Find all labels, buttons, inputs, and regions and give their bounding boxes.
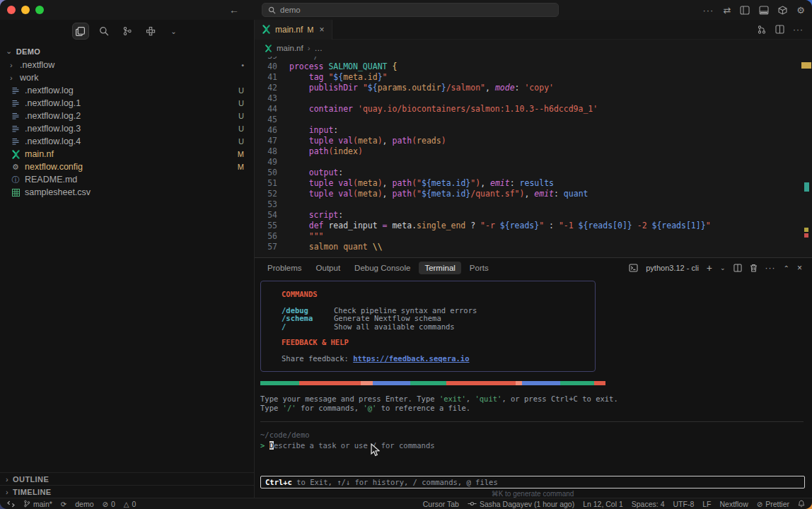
- tree-item-nextflow-config[interactable]: ⚙nextflow.configM: [0, 160, 254, 173]
- code-line[interactable]: 52 tuple val(meta), path("${meta.id}/qua…: [255, 189, 812, 199]
- tree-item--nextflow-log-4[interactable]: .nextflow.log.4U: [0, 135, 254, 148]
- terminal-profile-label[interactable]: python3.12 - cli: [646, 264, 699, 272]
- code-line[interactable]: 41 tag "${meta.id}": [255, 72, 812, 83]
- kill-terminal-icon[interactable]: [750, 264, 758, 272]
- minimize-window-button[interactable]: [21, 6, 30, 14]
- tree-item--nextflow-log-2[interactable]: .nextflow.log.2U: [0, 110, 254, 122]
- search-icon[interactable]: [95, 23, 112, 40]
- code-line[interactable]: 40process SALMON_QUANT {: [255, 62, 812, 72]
- breadcrumb-file[interactable]: main.nf: [277, 44, 303, 52]
- code-line[interactable]: 57 salmon quant \\: [255, 242, 812, 252]
- code-line[interactable]: 46 input:: [255, 125, 812, 136]
- open-changes-icon[interactable]: [757, 25, 767, 35]
- code-line[interactable]: 49: [255, 157, 812, 168]
- cli-prompt[interactable]: > Describe a task or use / for commands: [260, 441, 812, 450]
- status-spaces-4[interactable]: Spaces: 4: [632, 500, 665, 508]
- code-line[interactable]: 48 path(index): [255, 146, 812, 157]
- tree-item-main-nf[interactable]: main.nfM: [0, 148, 254, 160]
- panel-tab-terminal[interactable]: Terminal: [419, 262, 460, 274]
- editor-more-actions-icon[interactable]: ···: [793, 25, 804, 35]
- code-line[interactable]: 53: [255, 199, 812, 210]
- breadcrumb[interactable]: main.nf › …: [255, 40, 812, 57]
- status-remote[interactable]: [7, 501, 15, 508]
- section-outline[interactable]: ›OUTLINE: [0, 472, 254, 485]
- tree-item-work[interactable]: ›work: [0, 71, 254, 84]
- views-chevron-icon[interactable]: ⌄: [166, 23, 182, 40]
- maximize-panel-icon[interactable]: ⌃: [784, 264, 789, 272]
- status-commit[interactable]: Sasha Dagayev (1 hour ago): [468, 500, 574, 508]
- settings-gear-icon[interactable]: ⚙: [796, 5, 805, 16]
- status-warning[interactable]: △0: [124, 500, 137, 508]
- status-bell[interactable]: [798, 500, 805, 508]
- breadcrumb-tail[interactable]: …: [315, 44, 323, 52]
- tab-main-nf[interactable]: main.nf M ×: [255, 20, 332, 40]
- code-line[interactable]: 54 script:: [255, 210, 812, 221]
- section-timeline[interactable]: ›TIMELINE: [0, 485, 254, 498]
- layout-sidebar-icon[interactable]: [740, 6, 750, 15]
- stripe-segment: [361, 381, 373, 385]
- tree-item--nextflow-log-3[interactable]: .nextflow.log.3U: [0, 122, 254, 135]
- split-editor-icon[interactable]: [775, 25, 784, 34]
- line-number: 39: [255, 57, 277, 62]
- line-number: 45: [255, 115, 277, 125]
- tree-item-readme-md[interactable]: ⓘREADME.md: [0, 173, 254, 186]
- close-window-button[interactable]: [7, 6, 16, 14]
- sidebar-bottom-sections: ›OUTLINE›TIMELINE: [0, 472, 254, 498]
- tree-item--nextflow[interactable]: ›.nextflow•: [0, 59, 254, 71]
- code-line[interactable]: 55 def read_input = meta.single_end ? "-…: [255, 221, 812, 231]
- hint-rest: to Exit, ↑/↓ for history, / commands, @ …: [292, 478, 498, 486]
- panel-tab-problems[interactable]: Problems: [262, 262, 308, 274]
- navigate-back-icon[interactable]: ←: [229, 4, 239, 16]
- code-line[interactable]: 51 tuple val(meta), path("${meta.id}"), …: [255, 178, 812, 189]
- code-line[interactable]: 39 */: [255, 57, 812, 62]
- feedback-link[interactable]: https://feedback.seqera.io: [353, 354, 469, 363]
- overview-ruler[interactable]: [801, 57, 812, 257]
- panel-tab-ports[interactable]: Ports: [464, 262, 494, 274]
- new-terminal-icon[interactable]: +: [707, 262, 712, 274]
- code-line[interactable]: 42 publishDir "${params.outdir}/salmon",…: [255, 83, 812, 93]
- extensions-icon[interactable]: [142, 23, 159, 40]
- more-actions-icon[interactable]: ···: [702, 5, 714, 16]
- tree-item--nextflow-log-1[interactable]: .nextflow.log.1U: [0, 97, 254, 110]
- tree-item-samplesheet-csv[interactable]: samplesheet.csv: [0, 186, 254, 199]
- file-name: .nextflow.log: [25, 86, 74, 95]
- status-ln-12-col-1[interactable]: Ln 12, Col 1: [583, 500, 623, 508]
- terminal-view[interactable]: COMMANDS /debugCheck pipeline syntax and…: [255, 278, 812, 498]
- code-editor[interactable]: 39 */40process SALMON_QUANT {41 tag "${m…: [255, 57, 812, 257]
- code-line[interactable]: 50 output:: [255, 168, 812, 178]
- code-line[interactable]: 44 container 'quay.io/biocontainers/salm…: [255, 104, 812, 115]
- git-status-badge: U: [238, 86, 244, 95]
- terminal-profile-chevron-icon[interactable]: ⌄: [720, 264, 726, 271]
- explorer-icon[interactable]: [72, 23, 89, 40]
- status-cursor-tab[interactable]: Cursor Tab: [423, 500, 459, 508]
- tab-close-icon[interactable]: ×: [320, 25, 325, 35]
- file-name: .nextflow.log.3: [25, 124, 81, 134]
- close-panel-icon[interactable]: ×: [797, 263, 802, 273]
- status-utf-8[interactable]: UTF-8: [673, 500, 694, 508]
- source-control-icon[interactable]: [119, 23, 136, 40]
- explorer-section-header[interactable]: ⌄ DEMO: [0, 42, 254, 59]
- toggle-arrows-icon[interactable]: ⇄: [723, 5, 731, 16]
- status-prettier[interactable]: ⊘Prettier: [757, 500, 789, 508]
- panel-more-actions-icon[interactable]: ···: [765, 263, 776, 273]
- split-terminal-icon[interactable]: [733, 264, 742, 272]
- cube-layout-icon[interactable]: [778, 6, 787, 15]
- command-center-search[interactable]: demo: [262, 3, 559, 17]
- code-line[interactable]: 47 tuple val(meta), path(reads): [255, 136, 812, 146]
- status-nextflow[interactable]: Nextflow: [720, 500, 748, 508]
- zoom-window-button[interactable]: [35, 6, 44, 14]
- line-number: 56: [255, 231, 277, 242]
- panel-tab-output[interactable]: Output: [311, 262, 347, 274]
- status-branch[interactable]: main*: [23, 500, 52, 508]
- code-line[interactable]: 43: [255, 93, 812, 104]
- code-line[interactable]: 56 """: [255, 231, 812, 242]
- status-lf[interactable]: LF: [702, 500, 711, 508]
- tree-item--nextflow-log[interactable]: .nextflow.logU: [0, 84, 254, 97]
- status-demo[interactable]: demo: [75, 500, 93, 508]
- status-sync[interactable]: ⟳: [61, 500, 66, 508]
- layout-panel-icon[interactable]: [759, 6, 769, 15]
- code-line[interactable]: 45: [255, 115, 812, 125]
- status-error[interactable]: ⊘0: [103, 500, 115, 508]
- line-number: 51: [255, 178, 277, 189]
- panel-tab-debug-console[interactable]: Debug Console: [349, 262, 416, 274]
